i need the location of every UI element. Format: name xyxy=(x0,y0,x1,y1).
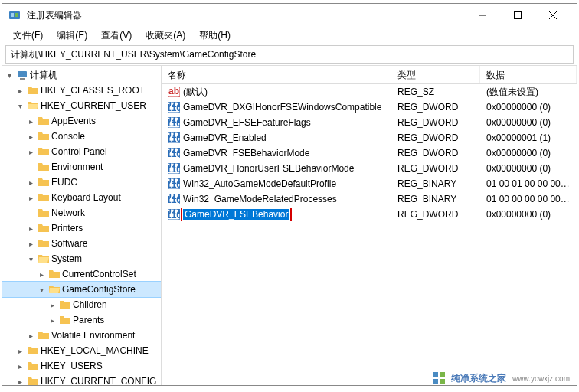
svg-text:110: 110 xyxy=(168,210,180,220)
tree-software[interactable]: Software xyxy=(2,236,161,251)
value-type: REG_BINARY xyxy=(391,193,480,205)
menu-file[interactable]: 文件(F) xyxy=(7,28,49,44)
tree-hkcr[interactable]: HKEY_CLASSES_ROOT xyxy=(2,83,161,98)
table-row[interactable]: 011110GameDVR_FSEBehaviorModeREG_DWORD0x… xyxy=(162,145,577,161)
tree-keyboard[interactable]: Keyboard Layout xyxy=(2,190,161,205)
tree-hkcu[interactable]: HKEY_CURRENT_USER xyxy=(2,98,161,113)
value-name: (默认) xyxy=(183,86,208,99)
tree-hklm[interactable]: HKEY_LOCAL_MACHINE xyxy=(2,343,161,358)
table-row[interactable]: 011110Win32_AutoGameModeDefaultProfileRE… xyxy=(162,176,577,191)
folder-open-icon xyxy=(38,253,50,265)
value-data: (数值未设置) xyxy=(480,85,577,100)
table-row[interactable]: 011110Win32_GameModeRelatedProcessesREG_… xyxy=(162,191,577,207)
folder-icon xyxy=(38,237,50,250)
menu-help[interactable]: 帮助(H) xyxy=(193,28,237,44)
minimize-button[interactable] xyxy=(465,4,500,27)
watermark-logo-icon xyxy=(431,371,447,386)
folder-icon xyxy=(59,299,71,311)
value-name: Win32_GameModeRelatedProcesses xyxy=(183,194,337,204)
tree-environment[interactable]: Environment xyxy=(2,159,161,175)
folder-icon xyxy=(27,345,39,357)
table-row[interactable]: ab(默认)REG_SZ(数值未设置) xyxy=(162,84,577,100)
close-button[interactable] xyxy=(535,4,571,27)
value-type: REG_DWORD xyxy=(391,162,480,175)
binary-value-icon: 011110 xyxy=(168,194,180,204)
tree-hku[interactable]: HKEY_USERS xyxy=(2,358,161,374)
table-row[interactable]: 011110GameDVR_DXGIHonorFSEWindowsCompati… xyxy=(162,100,577,115)
table-row[interactable]: 011110GameDVR_HonorUserFSEBehaviorModeRE… xyxy=(162,161,577,176)
folder-icon xyxy=(38,207,50,219)
value-type: REG_SZ xyxy=(391,86,480,98)
value-data: 01 00 00 00 00 00 00 0 xyxy=(480,193,577,205)
list-rows: ab(默认)REG_SZ(数值未设置)011110GameDVR_DXGIHon… xyxy=(162,84,577,222)
folder-open-icon xyxy=(27,100,39,112)
tree-eudc[interactable]: EUDC xyxy=(2,175,161,190)
tree-children[interactable]: Children xyxy=(2,297,161,312)
svg-rect-36 xyxy=(433,372,438,377)
svg-rect-1 xyxy=(11,13,14,15)
string-value-icon: ab xyxy=(168,87,180,97)
svg-rect-39 xyxy=(440,379,445,384)
tree-panel[interactable]: 计算机 HKEY_CLASSES_ROOT HKEY_CURRENT_USER … xyxy=(2,66,162,385)
value-name: GameDVR_EFSEFeatureFlags xyxy=(183,117,311,128)
binary-value-icon: 011110 xyxy=(168,178,180,189)
watermark-text: 纯净系统之家 xyxy=(451,372,506,385)
tree-currentcontrolset[interactable]: CurrentControlSet xyxy=(2,266,161,282)
menu-edit[interactable]: 编辑(E) xyxy=(51,28,93,44)
column-name[interactable]: 名称 xyxy=(162,66,391,83)
watermark-url: www.ycwxjz.com xyxy=(512,374,570,383)
folder-icon xyxy=(38,115,50,127)
tree-controlpanel[interactable]: Control Panel xyxy=(2,144,161,159)
binary-value-icon: 011110 xyxy=(168,102,180,113)
tree-console[interactable]: Console xyxy=(2,129,161,144)
table-row[interactable]: 011110GameDVR_FSEBehaviorREG_DWORD0x0000… xyxy=(162,207,577,222)
tree-gameconfigstore[interactable]: GameConfigStore xyxy=(2,282,161,297)
binary-value-icon: 011110 xyxy=(168,132,180,143)
value-name: GameDVR_FSEBehaviorMode xyxy=(183,148,309,158)
tree-network[interactable]: Network xyxy=(2,205,161,220)
value-name: GameDVR_Enabled xyxy=(183,132,267,143)
address-bar[interactable]: 计算机\HKEY_CURRENT_USER\System\GameConfigS… xyxy=(5,45,574,64)
svg-text:110: 110 xyxy=(168,179,180,189)
tree-volatileenv[interactable]: Volatile Environment xyxy=(2,328,161,343)
table-row[interactable]: 011110GameDVR_EFSEFeatureFlagsREG_DWORD0… xyxy=(162,115,577,130)
svg-rect-3 xyxy=(15,13,18,17)
menu-view[interactable]: 查看(V) xyxy=(95,28,138,44)
menubar: 文件(F) 编辑(E) 查看(V) 收藏夹(A) 帮助(H) xyxy=(2,27,577,44)
folder-icon xyxy=(38,222,50,234)
svg-rect-5 xyxy=(515,12,522,19)
folder-icon xyxy=(38,145,50,158)
svg-text:110: 110 xyxy=(168,194,180,204)
value-name: Win32_AutoGameModeDefaultProfile xyxy=(183,178,336,189)
tree-hkcc[interactable]: HKEY_CURRENT_CONFIG xyxy=(2,374,161,385)
value-data: 0x00000000 (0) xyxy=(480,101,577,113)
tree-printers[interactable]: Printers xyxy=(2,220,161,236)
column-type[interactable]: 类型 xyxy=(391,66,480,83)
tree-root[interactable]: 计算机 xyxy=(2,67,161,83)
value-name: GameDVR_DXGIHonorFSEWindowsCompatible xyxy=(183,102,381,113)
folder-icon xyxy=(38,176,50,188)
tree-parents[interactable]: Parents xyxy=(2,312,161,328)
value-data: 0x00000001 (1) xyxy=(480,132,577,144)
folder-icon xyxy=(38,130,50,142)
list-header: 名称 类型 数据 xyxy=(162,66,577,84)
maximize-button[interactable] xyxy=(500,4,535,27)
value-name: GameDVR_HonorUserFSEBehaviorMode xyxy=(183,163,354,174)
tree-system[interactable]: System xyxy=(2,251,161,266)
value-type: REG_DWORD xyxy=(391,132,480,144)
value-type: REG_DWORD xyxy=(391,208,480,220)
binary-value-icon: 011110 xyxy=(168,163,180,174)
value-type: REG_BINARY xyxy=(391,178,480,190)
svg-rect-37 xyxy=(440,372,445,377)
value-data: 0x00000000 (0) xyxy=(480,116,577,129)
value-data: 0x00000000 (0) xyxy=(480,208,577,220)
tree-appevents[interactable]: AppEvents xyxy=(2,113,161,129)
watermark: 纯净系统之家 www.ycwxjz.com xyxy=(431,371,570,386)
column-data[interactable]: 数据 xyxy=(480,66,577,83)
table-row[interactable]: 011110GameDVR_EnabledREG_DWORD0x00000001… xyxy=(162,130,577,145)
binary-value-icon: 011110 xyxy=(168,209,180,220)
svg-rect-9 xyxy=(20,78,25,80)
menu-favorites[interactable]: 收藏夹(A) xyxy=(139,28,191,44)
value-data: 01 00 01 00 00 00 00 xyxy=(480,178,577,190)
value-data: 0x00000000 (0) xyxy=(480,162,577,175)
